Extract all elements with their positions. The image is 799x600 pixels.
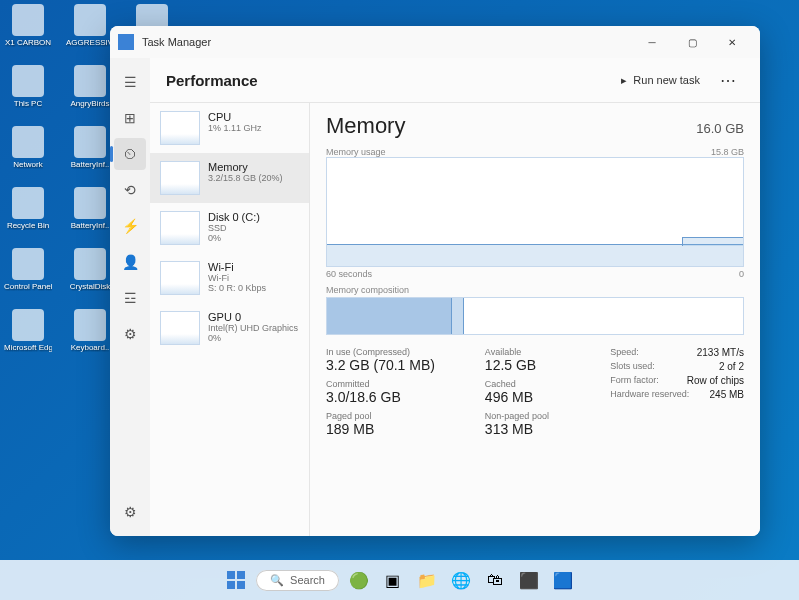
taskbar-search[interactable]: 🔍 Search bbox=[256, 570, 339, 591]
stat-committed: 3.0/18.6 GB bbox=[326, 389, 471, 405]
titlebar[interactable]: Task Manager ─ ▢ ✕ bbox=[110, 26, 760, 58]
taskbar: 🔍 Search 🟢 ▣ 📁 🌐 🛍 ⬛ 🟦 bbox=[0, 560, 799, 600]
perf-item-memory[interactable]: Memory3.2/15.8 GB (20%) bbox=[150, 153, 309, 203]
taskbar-store[interactable]: 🛍 bbox=[481, 566, 509, 594]
perf-thumb bbox=[160, 261, 200, 295]
run-new-task-button[interactable]: ▸ Run new task bbox=[613, 70, 708, 91]
perf-thumb bbox=[160, 111, 200, 145]
page-title: Performance bbox=[166, 72, 613, 89]
stat-slots: 2 of 2 bbox=[719, 361, 744, 372]
close-button[interactable]: ✕ bbox=[712, 28, 752, 56]
desktop-icon[interactable]: X1 CARBON bbox=[4, 4, 52, 47]
perf-thumb bbox=[160, 311, 200, 345]
desktop-icon[interactable]: Keyboard.. bbox=[66, 309, 114, 352]
performance-list: CPU1% 1.11 GHzMemory3.2/15.8 GB (20%)Dis… bbox=[150, 103, 310, 536]
taskbar-app2[interactable]: 🟦 bbox=[549, 566, 577, 594]
perf-item-wi-fi[interactable]: Wi-FiWi-FiS: 0 R: 0 Kbps bbox=[150, 253, 309, 303]
nav-users[interactable]: 👤 bbox=[114, 246, 146, 278]
detail-title: Memory bbox=[326, 113, 405, 139]
maximize-button[interactable]: ▢ bbox=[672, 28, 712, 56]
stat-inuse: 3.2 GB (70.1 MB) bbox=[326, 357, 471, 373]
perf-item-gpu-0[interactable]: GPU 0Intel(R) UHD Graphics0% bbox=[150, 303, 309, 353]
desktop-icon[interactable]: AngryBirds bbox=[66, 65, 114, 108]
stat-available: 12.5 GB bbox=[485, 357, 596, 373]
start-button[interactable] bbox=[222, 566, 250, 594]
task-manager-window: Task Manager ─ ▢ ✕ ☰ ⊞ ⏲ ⟲ ⚡ 👤 ☲ ⚙ ⚙ Per… bbox=[110, 26, 760, 536]
memory-composition-chart[interactable] bbox=[326, 297, 744, 335]
window-title: Task Manager bbox=[142, 36, 632, 48]
svg-rect-1 bbox=[237, 571, 245, 579]
comp-inuse bbox=[327, 298, 452, 334]
perf-thumb bbox=[160, 211, 200, 245]
taskbar-task-view[interactable]: ▣ bbox=[379, 566, 407, 594]
taskbar-copilot[interactable]: 🟢 bbox=[345, 566, 373, 594]
stat-form: Row of chips bbox=[687, 375, 744, 386]
nav-app-history[interactable]: ⟲ bbox=[114, 174, 146, 206]
memory-usage-chart[interactable] bbox=[326, 157, 744, 267]
nav-rail: ☰ ⊞ ⏲ ⟲ ⚡ 👤 ☲ ⚙ ⚙ bbox=[110, 58, 150, 536]
comp-modified bbox=[452, 298, 464, 334]
taskbar-app1[interactable]: ⬛ bbox=[515, 566, 543, 594]
stat-cached: 496 MB bbox=[485, 389, 596, 405]
app-icon bbox=[118, 34, 134, 50]
stat-speed: 2133 MT/s bbox=[697, 347, 744, 358]
desktop-icon[interactable]: Microsoft Edge bbox=[4, 309, 52, 352]
nav-processes[interactable]: ⊞ bbox=[114, 102, 146, 134]
memory-detail: Memory 16.0 GB Memory usage15.8 GB 60 se… bbox=[310, 103, 760, 536]
svg-rect-0 bbox=[227, 571, 235, 579]
search-icon: 🔍 bbox=[270, 574, 284, 587]
perf-item-disk-0-c-[interactable]: Disk 0 (C:)SSD0% bbox=[150, 203, 309, 253]
nav-details[interactable]: ☲ bbox=[114, 282, 146, 314]
perf-item-cpu[interactable]: CPU1% 1.11 GHz bbox=[150, 103, 309, 153]
desktop-icon[interactable]: BatteryInf.. bbox=[66, 187, 114, 230]
taskbar-explorer[interactable]: 📁 bbox=[413, 566, 441, 594]
taskbar-edge[interactable]: 🌐 bbox=[447, 566, 475, 594]
page-header: Performance ▸ Run new task ⋯ bbox=[150, 58, 760, 102]
desktop-icon[interactable]: Control Panel bbox=[4, 248, 52, 291]
svg-rect-2 bbox=[227, 581, 235, 589]
run-task-icon: ▸ bbox=[621, 74, 627, 87]
stat-nonpaged: 313 MB bbox=[485, 421, 596, 437]
hamburger-icon[interactable]: ☰ bbox=[114, 66, 146, 98]
more-options-button[interactable]: ⋯ bbox=[712, 67, 744, 94]
svg-rect-3 bbox=[237, 581, 245, 589]
perf-thumb bbox=[160, 161, 200, 195]
stat-hw: 245 MB bbox=[710, 389, 744, 400]
desktop-icon[interactable]: Network bbox=[4, 126, 52, 169]
desktop-icon[interactable]: AGGRESSIV.. bbox=[66, 4, 114, 47]
nav-settings[interactable]: ⚙ bbox=[114, 496, 146, 528]
desktop-icon[interactable]: This PC bbox=[4, 65, 52, 108]
nav-startup[interactable]: ⚡ bbox=[114, 210, 146, 242]
desktop-icon[interactable]: Recycle Bin bbox=[4, 187, 52, 230]
stat-paged: 189 MB bbox=[326, 421, 471, 437]
detail-capacity: 16.0 GB bbox=[696, 121, 744, 136]
desktop-icon[interactable]: BatteryInf.. bbox=[66, 126, 114, 169]
desktop-icon[interactable]: CrystalDisk bbox=[66, 248, 114, 291]
nav-services[interactable]: ⚙ bbox=[114, 318, 146, 350]
nav-performance[interactable]: ⏲ bbox=[114, 138, 146, 170]
minimize-button[interactable]: ─ bbox=[632, 28, 672, 56]
